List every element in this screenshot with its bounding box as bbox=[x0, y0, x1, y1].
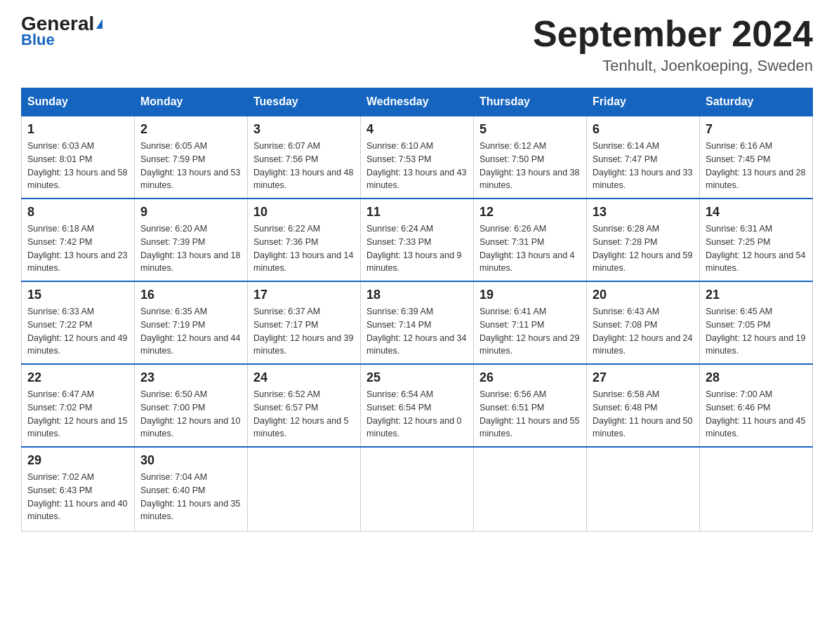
day-cell: 14 Sunrise: 6:31 AMSunset: 7:25 PMDaylig… bbox=[700, 199, 813, 281]
col-header-saturday: Saturday bbox=[700, 88, 813, 116]
day-cell bbox=[474, 447, 587, 531]
logo-sub: Blue bbox=[21, 31, 55, 49]
day-cell: 10 Sunrise: 6:22 AMSunset: 7:36 PMDaylig… bbox=[248, 199, 361, 281]
day-cell: 20 Sunrise: 6:43 AMSunset: 7:08 PMDaylig… bbox=[587, 281, 700, 364]
day-number: 11 bbox=[366, 205, 468, 220]
day-info: Sunrise: 6:07 AMSunset: 7:56 PMDaylight:… bbox=[253, 141, 353, 190]
day-cell: 16 Sunrise: 6:35 AMSunset: 7:19 PMDaylig… bbox=[135, 281, 248, 364]
day-info: Sunrise: 6:28 AMSunset: 7:28 PMDaylight:… bbox=[593, 224, 692, 273]
week-row-2: 8 Sunrise: 6:18 AMSunset: 7:42 PMDayligh… bbox=[22, 199, 813, 281]
week-row-5: 29 Sunrise: 7:02 AMSunset: 6:43 PMDaylig… bbox=[22, 447, 813, 531]
title-block: September 2024 Tenhult, Joenkoeping, Swe… bbox=[533, 14, 813, 75]
day-info: Sunrise: 6:10 AMSunset: 7:53 PMDaylight:… bbox=[366, 141, 466, 190]
day-info: Sunrise: 6:18 AMSunset: 7:42 PMDaylight:… bbox=[27, 224, 127, 273]
month-title: September 2024 bbox=[533, 14, 813, 54]
day-number: 28 bbox=[706, 370, 807, 385]
day-number: 18 bbox=[366, 288, 468, 302]
day-info: Sunrise: 6:26 AMSunset: 7:31 PMDaylight:… bbox=[479, 224, 575, 273]
day-number: 25 bbox=[366, 370, 468, 385]
day-cell: 9 Sunrise: 6:20 AMSunset: 7:39 PMDayligh… bbox=[135, 199, 248, 281]
day-cell: 2 Sunrise: 6:05 AMSunset: 7:59 PMDayligh… bbox=[135, 116, 248, 199]
page-header: General Blue September 2024 Tenhult, Joe… bbox=[21, 14, 813, 75]
day-cell bbox=[248, 447, 361, 531]
day-cell: 5 Sunrise: 6:12 AMSunset: 7:50 PMDayligh… bbox=[474, 116, 587, 199]
day-number: 4 bbox=[366, 122, 468, 137]
day-info: Sunrise: 7:00 AMSunset: 6:46 PMDaylight:… bbox=[706, 389, 805, 438]
day-info: Sunrise: 6:39 AMSunset: 7:14 PMDaylight:… bbox=[366, 307, 466, 356]
day-cell: 12 Sunrise: 6:26 AMSunset: 7:31 PMDaylig… bbox=[474, 199, 587, 281]
day-number: 16 bbox=[140, 288, 241, 302]
day-info: Sunrise: 6:12 AMSunset: 7:50 PMDaylight:… bbox=[479, 141, 579, 190]
day-info: Sunrise: 7:04 AMSunset: 6:40 PMDaylight:… bbox=[140, 472, 240, 521]
day-cell: 7 Sunrise: 6:16 AMSunset: 7:45 PMDayligh… bbox=[700, 116, 813, 199]
day-info: Sunrise: 6:50 AMSunset: 7:00 PMDaylight:… bbox=[140, 389, 240, 438]
day-info: Sunrise: 6:45 AMSunset: 7:05 PMDaylight:… bbox=[706, 307, 805, 356]
day-info: Sunrise: 6:35 AMSunset: 7:19 PMDaylight:… bbox=[140, 307, 240, 356]
col-header-sunday: Sunday bbox=[22, 88, 135, 116]
header-row: SundayMondayTuesdayWednesdayThursdayFrid… bbox=[22, 88, 813, 116]
day-info: Sunrise: 6:22 AMSunset: 7:36 PMDaylight:… bbox=[253, 224, 353, 273]
col-header-monday: Monday bbox=[135, 88, 248, 116]
day-number: 10 bbox=[253, 205, 355, 220]
day-info: Sunrise: 6:24 AMSunset: 7:33 PMDaylight:… bbox=[366, 224, 462, 273]
day-number: 24 bbox=[253, 370, 355, 385]
day-cell: 18 Sunrise: 6:39 AMSunset: 7:14 PMDaylig… bbox=[361, 281, 474, 364]
day-info: Sunrise: 6:33 AMSunset: 7:22 PMDaylight:… bbox=[27, 307, 127, 356]
day-info: Sunrise: 6:56 AMSunset: 6:51 PMDaylight:… bbox=[479, 389, 579, 438]
day-number: 13 bbox=[593, 205, 694, 220]
day-info: Sunrise: 6:03 AMSunset: 8:01 PMDaylight:… bbox=[27, 141, 127, 190]
day-number: 14 bbox=[706, 205, 807, 220]
day-cell bbox=[700, 447, 813, 531]
day-info: Sunrise: 6:58 AMSunset: 6:48 PMDaylight:… bbox=[593, 389, 692, 438]
day-number: 15 bbox=[27, 288, 128, 302]
day-number: 7 bbox=[706, 122, 807, 137]
day-cell: 15 Sunrise: 6:33 AMSunset: 7:22 PMDaylig… bbox=[22, 281, 135, 364]
logo-triangle-icon bbox=[96, 19, 102, 29]
day-info: Sunrise: 6:14 AMSunset: 7:47 PMDaylight:… bbox=[593, 141, 692, 190]
day-info: Sunrise: 7:02 AMSunset: 6:43 PMDaylight:… bbox=[27, 472, 127, 521]
day-cell: 19 Sunrise: 6:41 AMSunset: 7:11 PMDaylig… bbox=[474, 281, 587, 364]
day-cell: 25 Sunrise: 6:54 AMSunset: 6:54 PMDaylig… bbox=[361, 364, 474, 447]
day-info: Sunrise: 6:43 AMSunset: 7:08 PMDaylight:… bbox=[593, 307, 692, 356]
day-number: 26 bbox=[479, 370, 581, 385]
day-number: 21 bbox=[706, 288, 807, 302]
day-number: 8 bbox=[27, 205, 128, 220]
day-info: Sunrise: 6:47 AMSunset: 7:02 PMDaylight:… bbox=[27, 389, 127, 438]
day-number: 27 bbox=[593, 370, 694, 385]
day-cell: 22 Sunrise: 6:47 AMSunset: 7:02 PMDaylig… bbox=[22, 364, 135, 447]
day-info: Sunrise: 6:54 AMSunset: 6:54 PMDaylight:… bbox=[366, 389, 462, 438]
day-cell: 28 Sunrise: 7:00 AMSunset: 6:46 PMDaylig… bbox=[700, 364, 813, 447]
day-number: 30 bbox=[140, 453, 241, 468]
day-number: 23 bbox=[140, 370, 241, 385]
day-number: 1 bbox=[27, 122, 128, 137]
day-cell: 27 Sunrise: 6:58 AMSunset: 6:48 PMDaylig… bbox=[587, 364, 700, 447]
day-number: 17 bbox=[253, 288, 355, 302]
day-cell: 1 Sunrise: 6:03 AMSunset: 8:01 PMDayligh… bbox=[22, 116, 135, 199]
col-header-friday: Friday bbox=[587, 88, 700, 116]
day-number: 5 bbox=[479, 122, 581, 137]
day-info: Sunrise: 6:31 AMSunset: 7:25 PMDaylight:… bbox=[706, 224, 805, 273]
day-cell: 21 Sunrise: 6:45 AMSunset: 7:05 PMDaylig… bbox=[700, 281, 813, 364]
day-cell: 26 Sunrise: 6:56 AMSunset: 6:51 PMDaylig… bbox=[474, 364, 587, 447]
logo: General Blue bbox=[21, 14, 102, 49]
day-cell: 4 Sunrise: 6:10 AMSunset: 7:53 PMDayligh… bbox=[361, 116, 474, 199]
day-info: Sunrise: 6:20 AMSunset: 7:39 PMDaylight:… bbox=[140, 224, 240, 273]
day-cell: 8 Sunrise: 6:18 AMSunset: 7:42 PMDayligh… bbox=[22, 199, 135, 281]
day-cell bbox=[361, 447, 474, 531]
col-header-tuesday: Tuesday bbox=[248, 88, 361, 116]
day-info: Sunrise: 6:41 AMSunset: 7:11 PMDaylight:… bbox=[479, 307, 579, 356]
week-row-3: 15 Sunrise: 6:33 AMSunset: 7:22 PMDaylig… bbox=[22, 281, 813, 364]
location: Tenhult, Joenkoeping, Sweden bbox=[533, 57, 813, 75]
day-number: 6 bbox=[593, 122, 694, 137]
day-info: Sunrise: 6:37 AMSunset: 7:17 PMDaylight:… bbox=[253, 307, 353, 356]
day-cell: 3 Sunrise: 6:07 AMSunset: 7:56 PMDayligh… bbox=[248, 116, 361, 199]
day-number: 9 bbox=[140, 205, 241, 220]
day-number: 22 bbox=[27, 370, 128, 385]
day-cell: 11 Sunrise: 6:24 AMSunset: 7:33 PMDaylig… bbox=[361, 199, 474, 281]
day-cell: 6 Sunrise: 6:14 AMSunset: 7:47 PMDayligh… bbox=[587, 116, 700, 199]
day-cell bbox=[587, 447, 700, 531]
day-number: 29 bbox=[27, 453, 128, 468]
day-cell: 17 Sunrise: 6:37 AMSunset: 7:17 PMDaylig… bbox=[248, 281, 361, 364]
day-cell: 30 Sunrise: 7:04 AMSunset: 6:40 PMDaylig… bbox=[135, 447, 248, 531]
col-header-wednesday: Wednesday bbox=[361, 88, 474, 116]
